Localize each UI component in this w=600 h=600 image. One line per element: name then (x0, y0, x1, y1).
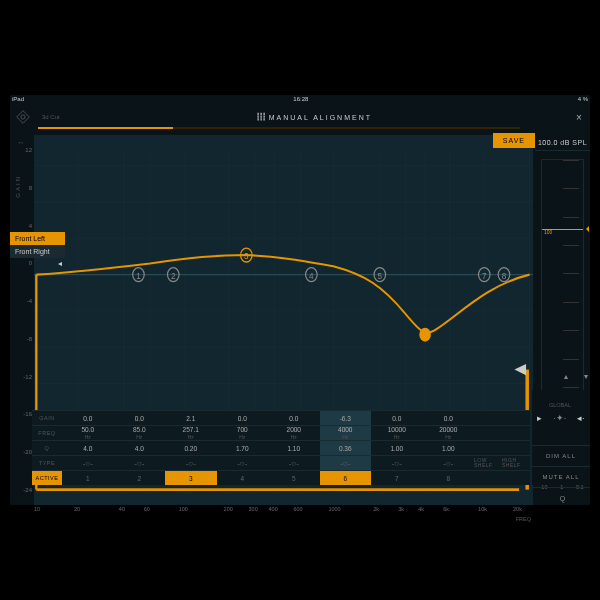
band-6-select[interactable]: 6 (320, 470, 372, 485)
band-6-type-icon[interactable]: -○- (320, 455, 372, 470)
svg-text:2: 2 (171, 270, 176, 281)
svg-point-0 (21, 115, 25, 119)
svg-text:3: 3 (244, 251, 249, 262)
battery: 4 % (578, 96, 588, 102)
band-4-type-icon[interactable]: -○- (217, 455, 269, 470)
band-3-type-icon[interactable]: -○- (165, 455, 217, 470)
band-5-type-icon[interactable]: -○- (268, 455, 320, 470)
band-7-freq[interactable]: 10000Hz (371, 425, 423, 440)
band-4-select[interactable]: 4 (217, 470, 269, 485)
band-5-select[interactable]: 5 (268, 470, 320, 485)
band-8-type-icon[interactable]: -○- (423, 455, 475, 470)
band-2-q[interactable]: 4.0 (114, 440, 166, 455)
expand-icon[interactable]: ↔ (10, 139, 32, 146)
channel-front-left[interactable]: Front Left (10, 232, 65, 245)
chevron-up-icon[interactable]: ▴ (564, 372, 568, 381)
band-1-freq[interactable]: 50.0Hz (62, 425, 114, 440)
band-8-gain[interactable]: 0.0 (423, 410, 475, 425)
row-label-type: TYPE (32, 455, 62, 470)
x-axis-label: FREQ (516, 516, 531, 522)
mute-all-button[interactable]: MUTE ALL (532, 467, 590, 488)
band-3-select[interactable]: 3 (165, 470, 217, 485)
sliders-icon: ┇┇┇ (256, 113, 265, 121)
close-button[interactable]: × (568, 112, 590, 123)
band-7-select[interactable]: 7 (371, 470, 423, 485)
low-shelf-label[interactable]: LOW SHELF (474, 455, 502, 470)
svg-marker-29 (514, 364, 526, 375)
svg-text:4: 4 (309, 270, 314, 281)
global-label: GLOBAL (532, 402, 588, 408)
channel-collapse-icon[interactable]: ◂ (10, 258, 65, 269)
band-4-q[interactable]: 1.70 (217, 440, 269, 455)
device-label: iPad (12, 96, 24, 102)
row-label-gain: GAIN (32, 410, 62, 425)
band-7-type-icon[interactable]: -○- (371, 455, 423, 470)
global-next-icon[interactable]: ◂· (577, 413, 585, 423)
band-1-q[interactable]: 4.0 (62, 440, 114, 455)
global-knob-icon[interactable]: ·✦· (553, 413, 566, 423)
svg-text:5: 5 (378, 270, 383, 281)
dim-all-button[interactable]: DIM ALL (532, 446, 590, 467)
band-8-select[interactable]: 8 (423, 470, 475, 485)
high-shelf-label[interactable]: HIGH SHELF (502, 455, 530, 470)
svg-text:8: 8 (502, 270, 507, 281)
band-5-gain[interactable]: 0.0 (268, 410, 320, 425)
band-1-type-icon[interactable]: -○- (62, 455, 114, 470)
save-button[interactable]: SAVE (493, 133, 535, 148)
band-4-freq[interactable]: 700Hz (217, 425, 269, 440)
clock: 16:28 (293, 96, 308, 102)
neumann-logo-icon (10, 106, 36, 128)
ios-status-bar: iPad 16:28 4 % (12, 96, 588, 102)
band-7-q[interactable]: 1.00 (371, 440, 423, 455)
svg-text:7: 7 (482, 270, 487, 281)
band-4-gain[interactable]: 0.0 (217, 410, 269, 425)
band-1-select[interactable]: 1 (62, 470, 114, 485)
page-title: ┇┇┇ MANUAL ALIGNMENT (60, 113, 568, 121)
band-6-gain[interactable]: -6.3 (320, 410, 372, 425)
band-5-freq[interactable]: 2000Hz (268, 425, 320, 440)
band-3-q[interactable]: 0.20 (165, 440, 217, 455)
channel-selector: Front Left Front Right ◂ (10, 232, 65, 269)
row-label-freq: FREQ (32, 425, 62, 440)
progress-bar (38, 127, 520, 129)
y-ticks: 1284 0-4-8 -12-16-20 -24 (20, 147, 32, 493)
row-label-active: ACTIVE (32, 470, 62, 485)
band-8-freq[interactable]: 20000Hz (423, 425, 475, 440)
band-2-type-icon[interactable]: -○- (114, 455, 166, 470)
band-7-gain[interactable]: 0.0 (371, 410, 423, 425)
svg-text:1: 1 (136, 270, 141, 281)
x-ticks: 10 20 40 60 100 200 300 400 600 1000 2k … (34, 506, 533, 514)
global-prev-icon[interactable]: ▸ (537, 413, 542, 423)
band-3-freq[interactable]: 257.1Hz (165, 425, 217, 440)
spl-readout: 100.0 dB SPL (535, 135, 590, 151)
row-label-q: Q (32, 440, 62, 455)
band-2-gain[interactable]: 0.0 (114, 410, 166, 425)
channel-front-right[interactable]: Front Right (10, 245, 65, 258)
band-parameter-table: GAIN 0.0 0.0 2.1 0.0 0.0 -6.3 0.0 0.0 FR… (32, 410, 530, 485)
band-3-gain[interactable]: 2.1 (165, 410, 217, 425)
app-header: 3d Cut ┇┇┇ MANUAL ALIGNMENT × (10, 106, 590, 128)
band-2-select[interactable]: 2 (114, 470, 166, 485)
band-8-q[interactable]: 1.00 (423, 440, 475, 455)
band-5-q[interactable]: 1.10 (268, 440, 320, 455)
cut-label: 3d Cut (42, 114, 60, 120)
band-6-freq[interactable]: 4000Hz (320, 425, 372, 440)
band-1-gain[interactable]: 0.0 (62, 410, 114, 425)
chevron-down-icon[interactable]: ▾ (584, 372, 588, 381)
band-6-q[interactable]: 0.36 (320, 440, 372, 455)
q-axis-label: Q (535, 492, 590, 505)
selected-band-handle[interactable] (419, 328, 431, 342)
band-2-freq[interactable]: 85.0Hz (114, 425, 166, 440)
